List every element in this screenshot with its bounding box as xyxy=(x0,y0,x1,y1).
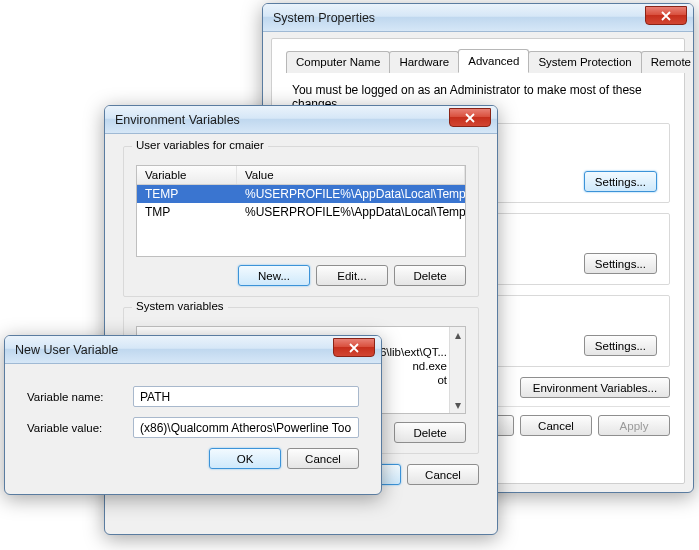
col-variable[interactable]: Variable xyxy=(137,166,237,184)
scrollbar[interactable]: ▴ ▾ xyxy=(449,327,465,413)
tab-advanced[interactable]: Advanced xyxy=(458,49,529,73)
newvar-cancel-button[interactable]: Cancel xyxy=(287,448,359,469)
user-delete-button[interactable]: Delete xyxy=(394,265,466,286)
sysprops-tabstrip: Computer Name Hardware Advanced System P… xyxy=(286,49,670,73)
chevron-up-icon[interactable]: ▴ xyxy=(450,327,465,343)
table-row[interactable]: TMP %USERPROFILE%\AppData\Local\Temp xyxy=(137,203,465,221)
variable-value-label: Variable value: xyxy=(27,422,123,434)
user-vars-title: User variables for cmaier xyxy=(132,139,268,151)
tab-hardware[interactable]: Hardware xyxy=(389,51,459,73)
col-value[interactable]: Value xyxy=(237,166,465,184)
tab-system-protection[interactable]: System Protection xyxy=(528,51,641,73)
user-vars-group: User variables for cmaier Variable Value… xyxy=(123,146,479,297)
envvars-titlebar[interactable]: Environment Variables xyxy=(105,106,497,134)
tab-computer-name[interactable]: Computer Name xyxy=(286,51,390,73)
system-vars-title: System variables xyxy=(132,300,228,312)
sysprops-title: System Properties xyxy=(273,11,375,25)
envvars-title: Environment Variables xyxy=(115,113,240,127)
environment-variables-button[interactable]: Environment Variables... xyxy=(520,377,670,398)
sysprops-titlebar[interactable]: System Properties xyxy=(263,4,693,32)
user-new-button[interactable]: New... xyxy=(238,265,310,286)
newvar-title: New User Variable xyxy=(15,343,118,357)
new-user-variable-window: New User Variable Variable name: Variabl… xyxy=(4,335,382,495)
startup-settings-button[interactable]: Settings... xyxy=(584,335,657,356)
close-icon[interactable] xyxy=(333,338,375,357)
tab-remote[interactable]: Remote xyxy=(641,51,694,73)
user-edit-button[interactable]: Edit... xyxy=(316,265,388,286)
perf-settings-button[interactable]: Settings... xyxy=(584,171,657,192)
newvar-titlebar[interactable]: New User Variable xyxy=(5,336,381,364)
sysprops-apply-button[interactable]: Apply xyxy=(598,415,670,436)
user-vars-header[interactable]: Variable Value xyxy=(137,166,465,185)
chevron-down-icon[interactable]: ▾ xyxy=(450,397,465,413)
userprofiles-settings-button[interactable]: Settings... xyxy=(584,253,657,274)
variable-name-input[interactable] xyxy=(133,386,359,407)
system-delete-button[interactable]: Delete xyxy=(394,422,466,443)
user-vars-listview[interactable]: Variable Value TEMP %USERPROFILE%\AppDat… xyxy=(136,165,466,257)
table-row[interactable]: TEMP %USERPROFILE%\AppData\Local\Temp xyxy=(137,185,465,203)
newvar-ok-button[interactable]: OK xyxy=(209,448,281,469)
sysprops-cancel-button[interactable]: Cancel xyxy=(520,415,592,436)
envvars-cancel-button[interactable]: Cancel xyxy=(407,464,479,485)
close-icon[interactable] xyxy=(645,6,687,25)
variable-name-label: Variable name: xyxy=(27,391,123,403)
variable-value-input[interactable] xyxy=(133,417,359,438)
close-icon[interactable] xyxy=(449,108,491,127)
